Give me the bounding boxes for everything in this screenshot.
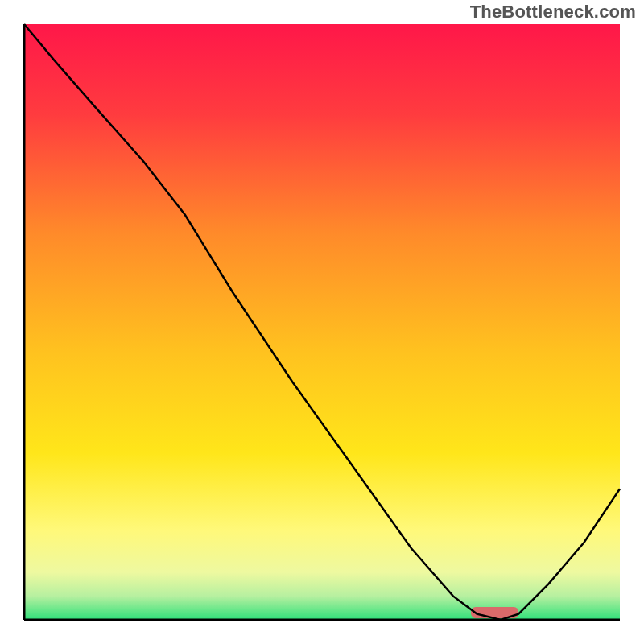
plot-background [24,24,620,620]
chart-container: TheBottleneck.com [0,0,644,644]
chart-svg [0,0,644,644]
